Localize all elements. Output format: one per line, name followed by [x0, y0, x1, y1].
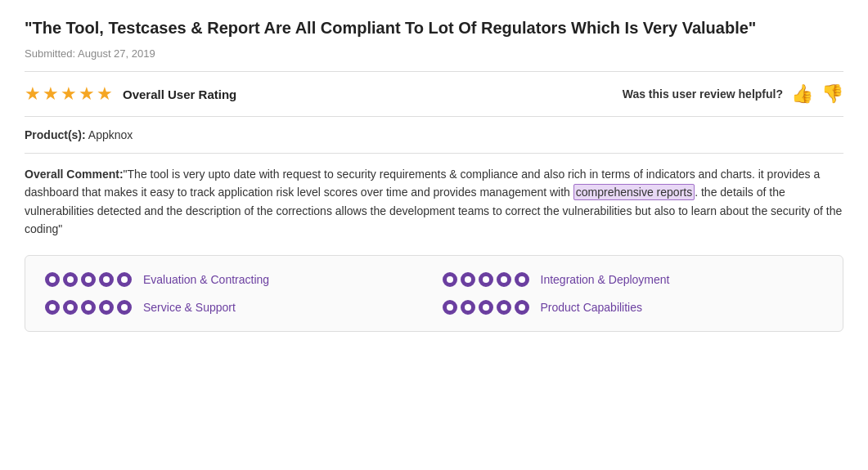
rating-left: ★ ★ ★ ★ ★ Overall User Rating [25, 83, 236, 105]
rating-item-service: Service & Support [45, 300, 426, 315]
category-ratings-box: Evaluation & ContractingIntegration & De… [25, 255, 843, 332]
dot-product-0 [443, 300, 457, 315]
dot-service-0 [45, 300, 60, 315]
rating-item-product: Product Capabilities [443, 300, 824, 315]
category-label-integration: Integration & Deployment [541, 273, 670, 286]
dot-service-2 [81, 300, 96, 315]
products-label: Product(s): [25, 128, 86, 141]
dot-integration-1 [461, 272, 475, 287]
dot-integration-2 [479, 272, 493, 287]
star-5: ★ [97, 83, 113, 105]
dot-rating-product [443, 300, 529, 315]
dot-eval-4 [117, 272, 132, 287]
dot-eval-3 [99, 272, 114, 287]
dot-integration-4 [515, 272, 529, 287]
comment-section: Overall Comment:"The tool is very upto d… [25, 165, 843, 239]
star-1: ★ [25, 83, 41, 105]
overall-rating-label: Overall User Rating [123, 87, 236, 101]
dot-product-4 [515, 300, 529, 315]
divider-1 [25, 71, 843, 72]
category-label-product: Product Capabilities [541, 301, 643, 314]
rating-item-eval: Evaluation & Contracting [45, 272, 426, 287]
dot-rating-service [45, 300, 132, 315]
helpful-label: Was this user review helpful? [623, 87, 783, 101]
dot-product-1 [461, 300, 475, 315]
products-row: Product(s): Appknox [25, 128, 843, 141]
star-2: ★ [43, 83, 59, 105]
dot-eval-0 [45, 272, 60, 287]
thumbs-up-icon[interactable]: 👍 [791, 83, 813, 105]
star-4: ★ [79, 83, 95, 105]
rating-row: ★ ★ ★ ★ ★ Overall User Rating Was this u… [25, 83, 843, 105]
review-container: "The Tool, Testcases & Report Are All Co… [25, 16, 843, 332]
divider-2 [25, 116, 843, 117]
dot-rating-integration [443, 272, 529, 287]
dot-eval-2 [81, 272, 96, 287]
dot-rating-eval [45, 272, 132, 287]
thumbs-down-icon[interactable]: 👎 [821, 83, 843, 105]
star-rating: ★ ★ ★ ★ ★ [25, 83, 113, 105]
comment-label: Overall Comment: [25, 168, 124, 181]
review-title: "The Tool, Testcases & Report Are All Co… [25, 16, 843, 39]
category-label-eval: Evaluation & Contracting [143, 273, 269, 286]
dot-product-3 [497, 300, 511, 315]
rating-item-integration: Integration & Deployment [443, 272, 824, 287]
dot-eval-1 [63, 272, 78, 287]
dot-product-2 [479, 300, 493, 315]
submitted-date: Submitted: August 27, 2019 [25, 47, 843, 60]
divider-3 [25, 153, 843, 154]
dot-service-1 [63, 300, 78, 315]
products-value: Appknox [88, 128, 133, 141]
dot-service-3 [99, 300, 114, 315]
star-3: ★ [61, 83, 77, 105]
dot-integration-0 [443, 272, 457, 287]
helpful-section: Was this user review helpful? 👍 👎 [623, 83, 843, 105]
highlighted-text: comprehensive reports [573, 184, 695, 200]
dot-service-4 [117, 300, 132, 315]
dot-integration-3 [497, 272, 511, 287]
category-label-service: Service & Support [143, 301, 236, 314]
ratings-grid: Evaluation & ContractingIntegration & De… [45, 272, 823, 315]
